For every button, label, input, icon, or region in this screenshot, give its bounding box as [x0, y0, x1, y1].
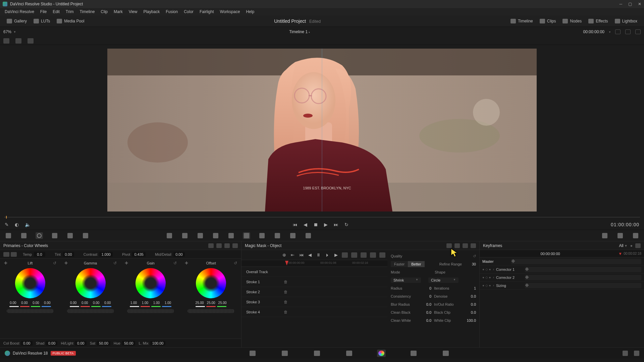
gamma-val-0[interactable]: 0.00: [69, 301, 78, 305]
edit-page-button[interactable]: [313, 350, 321, 357]
menu-mark[interactable]: Mark: [111, 9, 125, 15]
hilight-value[interactable]: 0.00: [75, 341, 87, 346]
gain-val-3[interactable]: 1.00: [163, 301, 172, 305]
mm-timeline[interactable]: 00:00:00:00 00:00:01:08 00:00:02:16: [241, 260, 387, 267]
quality-faster[interactable]: Faster: [391, 261, 408, 267]
fusion-page-button[interactable]: [345, 350, 354, 357]
viewer-options-icon[interactable]: [635, 29, 641, 34]
stroke-row[interactable]: Overall Track: [241, 267, 387, 277]
mm-show-overlay-icon[interactable]: [454, 243, 460, 248]
next-frame-button[interactable]: ⏭: [334, 222, 338, 227]
gamma-val-2[interactable]: 0.00: [92, 301, 101, 305]
kf-track[interactable]: [525, 283, 641, 288]
menu-help[interactable]: Help: [243, 9, 257, 15]
keyframe-row[interactable]: ● ◇ ●›Sizing: [480, 282, 644, 290]
viewer-scrubber[interactable]: [0, 215, 644, 219]
pick-black-icon[interactable]: ✚: [64, 261, 68, 265]
stroke-row[interactable]: Stroke 2🗑: [241, 287, 387, 297]
keyframe-marker-icon[interactable]: [525, 275, 529, 279]
mm-reset-icon[interactable]: [463, 243, 468, 248]
tint-value[interactable]: 0.00: [63, 252, 74, 257]
keyframe-marker-icon[interactable]: [525, 283, 529, 287]
iterations-value[interactable]: 1: [465, 286, 476, 290]
mm-invert-icon[interactable]: [361, 252, 367, 258]
lightbox-button[interactable]: Lightbox: [611, 17, 641, 25]
offset-jog[interactable]: [187, 309, 234, 313]
menu-clip[interactable]: Clip: [98, 9, 110, 15]
qualifier-picker-icon[interactable]: ✎: [5, 222, 9, 227]
menu-fusion[interactable]: Fusion: [163, 9, 180, 15]
radius-value[interactable]: 0: [421, 286, 431, 290]
minimize-button[interactable]: ─: [619, 2, 622, 6]
mm-track-play-icon[interactable]: ▶: [334, 252, 338, 257]
cleanwhite-value[interactable]: 0.0: [421, 318, 431, 322]
menu-color[interactable]: Color: [181, 9, 196, 15]
highlight-icon[interactable]: [28, 38, 34, 44]
pick-black-icon[interactable]: ✚: [125, 261, 128, 265]
offset-val-2[interactable]: 25.00: [218, 301, 227, 305]
timeline-button[interactable]: Timeline: [507, 17, 536, 25]
menu-file[interactable]: File: [38, 9, 49, 15]
color-wheels-icon[interactable]: [36, 232, 43, 239]
stroke-row[interactable]: Stroke 1🗑: [241, 277, 387, 287]
3d-icon[interactable]: [305, 232, 312, 239]
mm-track-one-back-icon[interactable]: ⇤: [291, 252, 294, 257]
hdr-wheels-icon[interactable]: [51, 232, 58, 239]
lmix-value[interactable]: 100.00: [150, 341, 166, 346]
gamma-wheel[interactable]: [75, 268, 106, 298]
stop-button[interactable]: ⏹: [313, 222, 318, 227]
reset-wheel-icon[interactable]: ↺: [113, 261, 117, 265]
lift-wheel[interactable]: [15, 268, 45, 298]
viewer[interactable]: 1989 EST. BROOKLYN, NYC: [0, 45, 644, 215]
reset-wheel-icon[interactable]: ↺: [173, 261, 177, 265]
window-icon[interactable]: [212, 232, 219, 239]
pick-white-icon[interactable]: [11, 252, 17, 257]
lift-val-1[interactable]: 0.00: [20, 301, 29, 305]
trash-icon[interactable]: 🗑: [284, 300, 288, 304]
stroke-row[interactable]: Stroke 3🗑: [241, 297, 387, 307]
motion-effects-icon[interactable]: [82, 232, 89, 239]
mm-quality-reset-icon[interactable]: ↺: [473, 254, 476, 258]
key-icon[interactable]: [274, 232, 281, 239]
whiteclip-value[interactable]: 100.0: [465, 318, 476, 322]
gain-val-0[interactable]: 1.00: [129, 301, 138, 305]
kf-dot-icon[interactable]: ●: [630, 243, 633, 248]
stroke-row[interactable]: Stroke 4🗑: [241, 307, 387, 317]
expand-icon[interactable]: ›: [493, 276, 494, 279]
effects-button[interactable]: Effects: [585, 17, 611, 25]
mute-icon[interactable]: 🔈: [25, 222, 31, 227]
tracker-icon[interactable]: [227, 232, 235, 239]
expand-icon[interactable]: ›: [493, 284, 494, 287]
quality-better[interactable]: Better: [408, 261, 424, 267]
auto-balance-icon[interactable]: [3, 252, 9, 257]
menu-davinci-resolve[interactable]: DaVinci Resolve: [2, 9, 37, 15]
info-icon[interactable]: [632, 232, 639, 239]
keyframe-mode-icon[interactable]: [601, 232, 608, 239]
color-checker-icon[interactable]: [20, 232, 28, 239]
shape-select[interactable]: Circle▼: [428, 278, 459, 283]
sat-value[interactable]: 50.00: [97, 341, 110, 346]
keyframe-filter[interactable]: All: [619, 243, 623, 248]
fairlight-page-button[interactable]: [409, 350, 418, 357]
project-settings-icon[interactable]: [634, 351, 639, 356]
offset-val-0[interactable]: 25.00: [195, 301, 204, 305]
lift-val-2[interactable]: 0.00: [31, 301, 41, 305]
deliver-page-button[interactable]: [441, 350, 450, 357]
clips-button[interactable]: Clips: [536, 17, 559, 25]
first-frame-button[interactable]: ⏮: [293, 222, 298, 227]
nodes-button[interactable]: Nodes: [559, 17, 585, 25]
mm-options-icon[interactable]: [471, 243, 476, 248]
menu-fairlight[interactable]: Fairlight: [197, 9, 217, 15]
lift-val-3[interactable]: 0.00: [43, 301, 52, 305]
gain-val-1[interactable]: 1.00: [140, 301, 150, 305]
menu-playback[interactable]: Playback: [141, 9, 162, 15]
gain-val-2[interactable]: 1.00: [152, 301, 161, 305]
color-page-button[interactable]: [377, 350, 386, 357]
menu-timeline[interactable]: Timeline: [77, 9, 97, 15]
reset-wheel-icon[interactable]: ↺: [53, 261, 56, 265]
rgb-mixer-icon[interactable]: [66, 232, 74, 239]
pick-black-icon[interactable]: ✚: [4, 261, 7, 265]
colboost-value[interactable]: 0.00: [21, 341, 33, 346]
mm-track-fwd-icon[interactable]: ⏵: [325, 252, 330, 257]
mm-track-pause-icon[interactable]: ⏸: [316, 252, 321, 257]
